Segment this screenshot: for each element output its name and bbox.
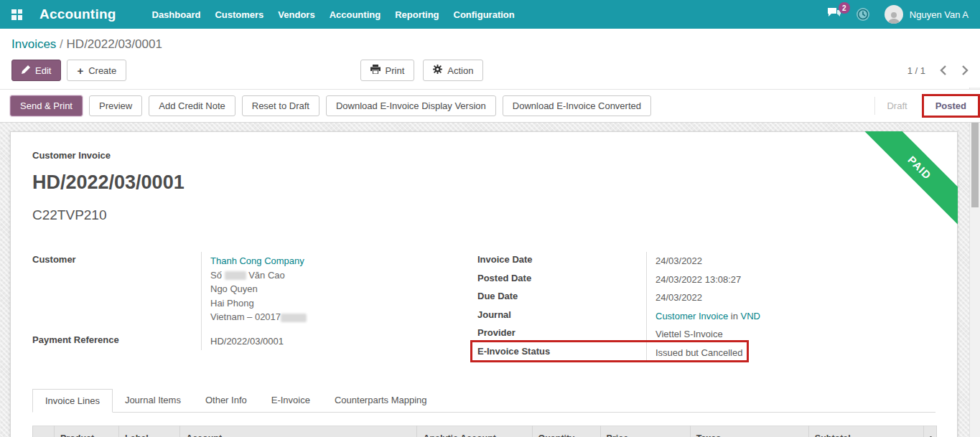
gear-icon	[433, 65, 442, 76]
send-print-button[interactable]: Send & Print	[10, 95, 83, 116]
user-avatar	[885, 5, 903, 24]
messages-count-badge: 2	[839, 2, 850, 14]
payment-reference-label: Payment Reference	[32, 326, 201, 351]
invoice-sheet: PAID Customer Invoice HD/2022/03/0001 C2…	[10, 131, 958, 437]
tab-counterparts-mapping[interactable]: Counterparts Mapping	[322, 389, 439, 412]
reset-to-draft-button[interactable]: Reset to Draft	[242, 95, 319, 116]
app-name[interactable]: Accounting	[39, 6, 116, 22]
print-button[interactable]: Print	[360, 60, 415, 81]
status-widget: Draft Posted	[874, 94, 980, 118]
col-label: Label	[119, 426, 180, 437]
notebook-tabs: Invoice Lines Journal Items Other Info E…	[32, 389, 935, 413]
nav-item-customers[interactable]: Customers	[215, 9, 263, 20]
chevron-left-icon[interactable]	[940, 65, 947, 75]
customer-value: Thanh Cong Company Số Văn Cao Ngo Quyen …	[201, 252, 477, 326]
activities-clock-icon[interactable]	[856, 7, 870, 22]
col-subtotal: Subtotal	[808, 426, 923, 437]
customer-label: Customer	[32, 252, 201, 326]
redacted-text	[281, 314, 307, 322]
breadcrumb-invoices[interactable]: Invoices	[11, 37, 56, 51]
invoice-reference: C22TVP210	[32, 207, 957, 223]
einvoice-status-label: E-Invoice Status	[477, 344, 646, 362]
plus-icon: +	[77, 65, 83, 76]
action-button[interactable]: Action	[423, 60, 483, 81]
col-analytic-account: Analytic Account	[417, 426, 532, 437]
download-einvoice-display-button[interactable]: Download E-Invoice Display Version	[326, 95, 496, 116]
state-posted annotation-box-posted[interactable]: Posted	[922, 94, 980, 118]
field-groups: Customer Thanh Cong Company Số Văn Cao N…	[32, 252, 957, 362]
page: Accounting Dashboard Customers Vendors A…	[0, 0, 980, 437]
field-group-left: Customer Thanh Cong Company Số Văn Cao N…	[32, 252, 477, 362]
statusbar: Send & Print Preview Add Credit Note Res…	[0, 89, 980, 123]
journal-currency-link[interactable]: VND	[741, 311, 760, 321]
add-credit-note-button[interactable]: Add Credit Note	[149, 95, 235, 116]
messages-button[interactable]: 2	[827, 7, 841, 22]
col-taxes: Taxes	[690, 426, 808, 437]
vertical-scrollbar[interactable]	[969, 88, 980, 437]
journal-value: Customer Invoice in VND	[646, 307, 928, 326]
pager: 1 / 1	[907, 65, 969, 76]
tab-journal-items[interactable]: Journal Items	[113, 389, 193, 412]
nav-item-dashboard[interactable]: Dashboard	[152, 9, 201, 20]
customer-address-line2: Ngo Quyen	[210, 282, 477, 296]
due-date-label: Due Date	[477, 288, 646, 307]
create-button[interactable]: + Create	[67, 60, 126, 81]
nav-menu: Dashboard Customers Vendors Accounting R…	[152, 9, 515, 20]
customer-address-line4: Vietnam – 02017	[210, 310, 477, 324]
col-account: Account	[180, 426, 417, 437]
journal-name-link[interactable]: Customer Invoice	[655, 311, 728, 321]
download-einvoice-converted-button[interactable]: Download E-Invoice Converted	[503, 95, 651, 116]
invoice-date-label: Invoice Date	[477, 252, 646, 271]
breadcrumb-current: HD/2022/03/0001	[67, 37, 162, 51]
control-panel-buttons: Edit + Create Print Action 1 / 1	[11, 59, 969, 82]
journal-label: Journal	[477, 307, 646, 326]
column-options-header	[923, 426, 936, 437]
invoice-date-value: 24/03/2022	[646, 252, 928, 271]
nav-item-vendors[interactable]: Vendors	[278, 9, 314, 20]
posted-date-label: Posted Date	[477, 271, 646, 289]
nav-item-reporting[interactable]: Reporting	[395, 9, 439, 20]
tab-invoice-lines[interactable]: Invoice Lines	[32, 389, 113, 413]
invoice-type-label: Customer Invoice	[32, 150, 957, 161]
top-nav: Accounting Dashboard Customers Vendors A…	[0, 0, 980, 29]
state-draft[interactable]: Draft	[874, 97, 918, 115]
einvoice-status-value: Issued but Cancelled	[646, 344, 928, 362]
breadcrumb: Invoices / HD/2022/03/0001	[11, 37, 969, 52]
due-date-value: 24/03/2022	[646, 288, 928, 307]
user-menu[interactable]: Nguyen Van A	[885, 5, 969, 24]
preview-button[interactable]: Preview	[89, 95, 142, 116]
nav-item-accounting[interactable]: Accounting	[330, 9, 381, 20]
col-product: Product	[55, 426, 119, 437]
content-area: PAID Customer Invoice HD/2022/03/0001 C2…	[0, 123, 980, 437]
control-panel: Invoices / HD/2022/03/0001 Edit + Create…	[0, 29, 980, 82]
col-quantity: Quantity	[532, 426, 600, 437]
provider-label: Provider	[477, 325, 646, 344]
invoice-number: HD/2022/03/0001	[32, 171, 957, 194]
invoice-lines-table: Product Label Account Analytic Account Q…	[32, 426, 937, 437]
apps-grid-icon[interactable]	[11, 9, 22, 20]
tab-other-info[interactable]: Other Info	[193, 389, 259, 412]
customer-address-line3: Hai Phong	[210, 296, 477, 311]
pencil-icon	[22, 65, 30, 76]
nav-right: 2 Nguyen Van A	[827, 5, 969, 24]
customer-address-line1: Số Văn Cao	[210, 268, 477, 283]
user-name: Nguyen Van A	[910, 9, 969, 20]
table-header-row: Product Label Account Analytic Account Q…	[33, 426, 937, 437]
chevron-right-icon[interactable]	[961, 65, 969, 75]
redacted-text	[225, 271, 246, 280]
col-price: Price	[600, 426, 690, 437]
edit-button[interactable]: Edit	[11, 60, 61, 81]
nav-item-configuration[interactable]: Configuration	[454, 9, 515, 20]
payment-reference-value: HD/2022/03/0001	[201, 326, 477, 351]
handle-column-header	[33, 426, 55, 437]
provider-value: Viettel S-Invoice	[646, 325, 928, 344]
customer-name-link[interactable]: Thanh Cong Company	[210, 254, 477, 268]
posted-date-value: 24/03/2022 13:08:27	[646, 271, 928, 289]
pager-count: 1 / 1	[907, 65, 925, 76]
field-group-right: Invoice Date 24/03/2022 Posted Date 24/0…	[477, 252, 928, 362]
printer-icon	[370, 65, 381, 76]
tab-e-invoice[interactable]: E-Invoice	[259, 389, 322, 412]
